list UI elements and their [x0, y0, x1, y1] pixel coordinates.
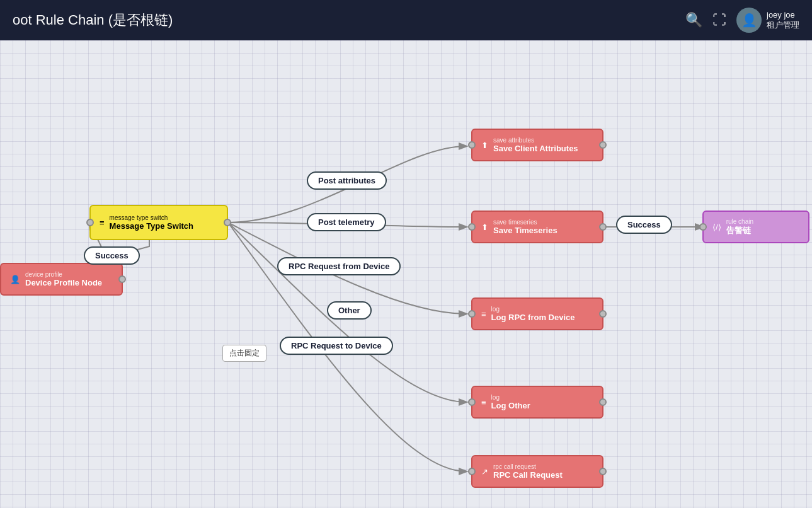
- node-save-client-attributes[interactable]: ⬆ save attributes Save Client Attributes: [471, 129, 603, 161]
- node-label-small: log: [491, 394, 530, 401]
- header-actions: 🔍 ⛶ 👤 joey joe 租户管理: [685, 8, 799, 33]
- filter-icon: ≡: [100, 218, 105, 228]
- pill-success-device: Success: [84, 246, 140, 265]
- pill-other: Other: [327, 301, 372, 320]
- node-device-profile[interactable]: 👤 device profile Device Profile Node: [0, 263, 123, 296]
- node-rpc-call-request[interactable]: ↗ rpc call request RPC Call Request: [471, 455, 603, 488]
- avatar: 👤: [736, 8, 762, 33]
- log-icon2: ≡: [481, 398, 486, 407]
- node-label-main: Log RPC from Device: [491, 313, 575, 322]
- upload-icon2: ⬆: [481, 222, 488, 232]
- user-role: 租户管理: [767, 20, 799, 31]
- pill-rpc-to-device: RPC Request to Device: [280, 337, 393, 355]
- node-label-main: RPC Call Request: [493, 470, 563, 480]
- user-info: joey joe 租户管理: [767, 10, 799, 31]
- upload-icon: ⬆: [481, 141, 488, 150]
- node-log-rpc[interactable]: ≡ log Log RPC from Device: [471, 297, 603, 330]
- pill-rpc-from-device: RPC Request from Device: [277, 257, 401, 275]
- pill-post-telemetry: Post telemetry: [307, 213, 386, 231]
- search-icon[interactable]: 🔍: [685, 12, 702, 28]
- node-label-small: rule chain: [726, 218, 753, 225]
- node-label-main: Device Profile Node: [25, 278, 102, 287]
- rule-chain-icon: ⟨/⟩: [712, 222, 721, 232]
- node-message-type-switch[interactable]: ≡ message type switch Message Type Switc…: [89, 205, 228, 240]
- node-label-main: Save Timeseries: [493, 226, 558, 235]
- fix-button[interactable]: 点击固定: [222, 345, 266, 362]
- page-title: oot Rule Chain (是否根链): [13, 11, 173, 30]
- node-rule-chain[interactable]: ⟨/⟩ rule chain 告警链: [702, 211, 809, 243]
- canvas: 👤 device profile Device Profile Node ≡ m…: [0, 40, 812, 508]
- user-profile[interactable]: 👤 joey joe 租户管理: [736, 8, 799, 33]
- rpc-icon: ↗: [481, 467, 488, 476]
- node-save-timeseries[interactable]: ⬆ save timeseries Save Timeseries: [471, 211, 603, 243]
- user-name: joey joe: [767, 10, 799, 20]
- node-label-main: Log Other: [491, 401, 530, 410]
- log-icon: ≡: [481, 309, 486, 319]
- node-label-main: Save Client Attributes: [493, 144, 578, 153]
- node-label-small: save attributes: [493, 137, 578, 144]
- node-icon: 👤: [10, 275, 20, 284]
- node-label-small: device profile: [25, 271, 102, 278]
- node-label-small: log: [491, 306, 575, 313]
- node-label-main: 告警链: [726, 225, 753, 236]
- node-log-other[interactable]: ≡ log Log Other: [471, 386, 603, 419]
- node-label-small: save timeseries: [493, 219, 558, 226]
- fullscreen-icon[interactable]: ⛶: [712, 12, 726, 28]
- node-label-main: Message Type Switch: [110, 221, 193, 231]
- pill-post-attributes: Post attributes: [307, 171, 387, 190]
- node-label-small: rpc call request: [493, 463, 563, 470]
- pill-success-main: Success: [616, 216, 672, 234]
- header: oot Rule Chain (是否根链) 🔍 ⛶ 👤 joey joe 租户管…: [0, 0, 812, 40]
- node-label-small: message type switch: [110, 214, 193, 221]
